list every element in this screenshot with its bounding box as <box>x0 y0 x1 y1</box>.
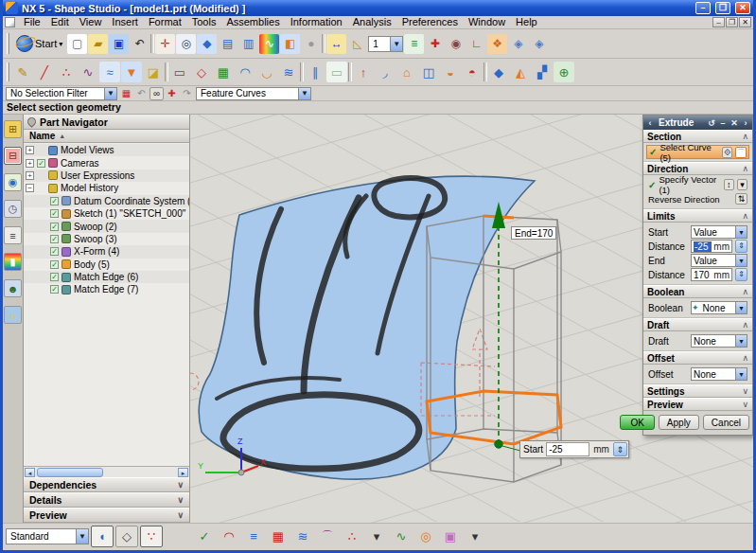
draft-analysis-icon[interactable]: ◠ <box>218 526 240 547</box>
end-distance-field[interactable]: 170 mm <box>691 268 732 281</box>
navigator-hscrollbar[interactable]: ◂ ▸ <box>24 466 189 477</box>
view-rotate-left-icon[interactable]: ◈ <box>508 34 528 54</box>
name-column-header[interactable]: Name ▲ <box>24 130 189 143</box>
point-constructor-icon[interactable]: ✚ <box>425 34 445 54</box>
section-surface-icon[interactable]: ▼ <box>121 62 142 82</box>
open-folder-icon[interactable]: ▰ <box>88 34 108 54</box>
graphics-viewport[interactable]: Z X Y End=170 Start -25 mm ⇕ ‹ Extrude ↺ <box>190 115 753 523</box>
assembly-navigator-icon[interactable]: ⊞ <box>4 120 22 138</box>
close-button[interactable]: ✕ <box>735 2 750 14</box>
snap-grid-icon[interactable]: ▦ <box>119 87 133 100</box>
through-curves-icon[interactable]: ◠ <box>235 62 255 82</box>
visualization-icon[interactable]: ▮ <box>4 253 22 271</box>
tree-item-sketch[interactable]: ✓ Sketch (1) "SKETCH_000" <box>24 207 189 220</box>
select-add-icon[interactable]: ✚ <box>165 87 179 100</box>
section-analysis-icon[interactable]: ✓ <box>193 526 216 547</box>
scroll-right-icon[interactable]: ▸ <box>178 468 188 477</box>
scrollbar-thumb[interactable] <box>37 468 103 477</box>
styled-corner-icon[interactable]: ◞ <box>375 62 396 82</box>
boolean-group-header[interactable]: Boolean∧ <box>643 285 752 298</box>
measure-angle-icon[interactable]: ◺ <box>347 34 367 54</box>
tree-item-model-views[interactable]: + Model Views <box>24 144 189 156</box>
spine-curve-icon[interactable]: ⌒ <box>316 526 339 547</box>
face-blend-icon[interactable]: ◓ <box>462 62 483 82</box>
start-distance-spinner[interactable]: ⇕ <box>735 240 747 253</box>
static-wireframe-icon[interactable]: ◇ <box>115 526 138 547</box>
specify-vector-row[interactable]: ✓ Specify Vector (1) ↕ ▾ <box>646 178 749 191</box>
draft-group-header[interactable]: Draft∧ <box>643 318 752 331</box>
curvature-comb-icon[interactable]: ∴ <box>341 526 363 547</box>
scroll-left-icon[interactable]: ◂ <box>25 468 35 477</box>
datum-csys-icon[interactable]: ∟ <box>466 34 486 54</box>
grid-analysis-icon[interactable]: ▦ <box>267 526 290 547</box>
tree-item-user-expressions[interactable]: + User Expressions <box>24 169 189 182</box>
deselect-curve-icon[interactable]: ↷ <box>180 87 194 100</box>
menu-item[interactable]: Window <box>464 16 510 28</box>
extrude-dialog-titlebar[interactable]: ‹ Extrude ↺ – ✕ › <box>643 116 752 130</box>
styled-sweep-icon[interactable]: ≋ <box>278 62 299 82</box>
end-limit-select[interactable]: Value ▼ <box>691 254 747 267</box>
sheet-green-icon[interactable]: ∿ <box>390 526 413 547</box>
tree-item-body[interactable]: ✓ Body (5) <box>24 259 189 271</box>
tree-item-datum-csys[interactable]: ✓ Datum Coordinate System (0) <box>24 195 189 207</box>
dialog-reset-icon[interactable]: ↺ <box>707 118 716 128</box>
tree-item-x-form[interactable]: ✓ X-Form (4) <box>24 245 189 258</box>
boolean-select[interactable]: ✦ None ▼ <box>691 301 747 314</box>
swoop-icon[interactable]: ≈ <box>99 62 120 82</box>
curve-picker-icon[interactable]: ⌒ <box>735 147 747 158</box>
tree-item-swoop-3[interactable]: ✓ Swoop (3) <box>24 233 189 245</box>
reflection-lines-icon[interactable]: ≡ <box>242 526 265 547</box>
cancel-button[interactable]: Cancel <box>703 415 749 430</box>
start-spinner[interactable]: ⇕ <box>613 442 627 456</box>
sep[interactable] <box>483 62 487 81</box>
sep[interactable] <box>300 62 304 81</box>
n-sided-surface-icon[interactable]: ⌂ <box>396 62 417 82</box>
trim-sheet-icon[interactable]: ◭ <box>510 62 531 82</box>
sew-icon[interactable]: ▞ <box>532 62 553 82</box>
web-browser-icon[interactable]: ◉ <box>4 173 22 191</box>
dialog-minimize-icon[interactable]: – <box>718 118 728 128</box>
fit-curve-icon[interactable]: ∴ <box>56 62 77 82</box>
sketch-icon[interactable]: ✎ <box>12 62 33 82</box>
draft-select[interactable]: None ▼ <box>691 334 747 348</box>
dialog-rail-left-icon[interactable]: ‹ <box>645 118 655 128</box>
scene-dialog-icon[interactable]: ∞ <box>149 87 164 100</box>
dialog-rail-right-icon[interactable]: › <box>741 118 750 128</box>
menu-item[interactable]: Information <box>286 16 347 28</box>
minimize-button[interactable]: – <box>695 2 711 14</box>
start-distance-input[interactable]: -25 <box>546 442 589 456</box>
ruled-surface-icon[interactable]: ▦ <box>213 62 234 82</box>
dialog-close-icon[interactable]: ✕ <box>730 118 739 128</box>
menu-item[interactable]: View <box>75 16 107 28</box>
previous-selection-icon[interactable]: ↶ <box>134 87 149 100</box>
trimmed-sheet-icon[interactable]: ▤ <box>218 34 237 54</box>
tree-item-swoop-2[interactable]: ✓ Swoop (2) <box>24 220 189 232</box>
start-menu-button[interactable]: Start ▾ <box>12 32 66 55</box>
four-point-surface-icon[interactable]: ▭ <box>169 62 190 82</box>
menu-item[interactable]: Preferences <box>397 16 463 28</box>
tube-icon[interactable]: ∥ <box>305 62 325 82</box>
comb-dropdown-icon[interactable]: ▾ <box>365 526 388 547</box>
sep[interactable] <box>322 34 325 53</box>
curve-rule-dropdown-arrow-icon[interactable]: ▼ <box>298 88 310 99</box>
menu-item[interactable]: File <box>19 16 45 28</box>
swoop-surface[interactable] <box>199 176 535 479</box>
part-navigator-header[interactable]: Part Navigator <box>24 115 189 130</box>
menu-item[interactable]: Assemblies <box>221 16 284 28</box>
shaded-view-icon[interactable]: ◆ <box>197 34 217 54</box>
history-icon[interactable]: ◷ <box>4 200 22 218</box>
tree-item-model-history[interactable]: − Model History <box>24 182 189 194</box>
preview-group-header[interactable]: Preview∨ <box>643 398 752 411</box>
selection-filter-dropdown-arrow-icon[interactable]: ▼ <box>104 88 116 99</box>
work-layer-select[interactable]: 1 ▼ <box>368 36 403 52</box>
through-curve-mesh-icon[interactable]: ◇ <box>191 62 212 82</box>
snap-point-icon[interactable]: ◉ <box>446 34 466 54</box>
select-curve-row[interactable]: ✓ Select Curve (5) ⟐ ⌒ <box>646 145 749 159</box>
bounded-plane-icon[interactable]: ▭ <box>326 62 347 82</box>
menu-item[interactable]: Edit <box>46 16 74 28</box>
start-distance-field[interactable]: -25 mm <box>691 240 732 253</box>
roles-icon[interactable]: ☻ <box>4 279 22 297</box>
zoom-icon[interactable]: ◎ <box>176 34 196 54</box>
settings-group-header[interactable]: Settings∨ <box>643 384 752 398</box>
end-distance-spinner[interactable]: ⇕ <box>735 268 747 281</box>
